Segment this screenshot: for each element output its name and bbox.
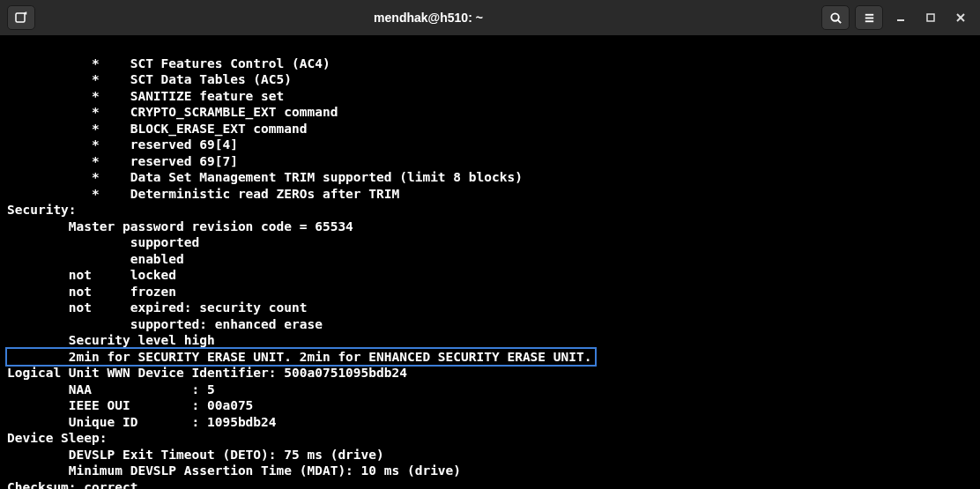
output-line: Master password revision code = 65534 (7, 219, 353, 233)
output-line: Device Sleep: (7, 431, 108, 445)
output-line: enabled (7, 252, 184, 266)
window-title: mendhak@h510: ~ (42, 11, 814, 25)
maximize-button[interactable] (918, 5, 943, 30)
svg-rect-9 (927, 14, 934, 21)
svg-rect-0 (16, 13, 25, 22)
highlighted-erase-time: 2min for SECURITY ERASE UNIT. 2min for E… (5, 347, 597, 367)
output-line: Logical Unit WWN Device Identifier: 500a… (7, 366, 407, 380)
output-line: Security level high (7, 333, 215, 347)
output-line: * SCT Features Control (AC4) (7, 56, 330, 70)
output-line: * SCT Data Tables (AC5) (7, 72, 292, 86)
terminal-output[interactable]: * SCT Features Control (AC4) * SCT Data … (0, 35, 980, 489)
output-line: Minimum DEVSLP Assertion Time (MDAT): 10… (7, 463, 461, 478)
output-line: not frozen (7, 285, 176, 299)
output-line: * CRYPTO_SCRAMBLE_EXT command (7, 105, 338, 119)
output-line: NAA : 5 (7, 382, 215, 396)
output-line: IEEE OUI : 00a075 (7, 398, 253, 412)
search-button[interactable] (821, 5, 850, 30)
output-line: * reserved 69[7] (7, 154, 238, 168)
output-line: Checksum: correct (7, 480, 137, 490)
minimize-button[interactable] (888, 5, 913, 30)
output-line: supported: enhanced erase (7, 317, 323, 331)
output-line: Security: (7, 203, 84, 217)
new-tab-button[interactable] (7, 5, 35, 30)
output-line: * Data Set Management TRIM supported (li… (7, 170, 523, 184)
window-titlebar: mendhak@h510: ~ (0, 0, 980, 35)
close-button[interactable] (948, 5, 973, 30)
output-line: * BLOCK_ERASE_EXT command (7, 122, 307, 136)
menu-button[interactable] (855, 5, 883, 30)
output-line: not expired: security count (7, 300, 307, 315)
output-line: DEVSLP Exit Timeout (DETO): 75 ms (drive… (7, 448, 384, 462)
output-line: * SANITIZE feature set (7, 89, 284, 103)
output-line: * reserved 69[4] (7, 137, 238, 152)
output-line: supported (7, 235, 199, 249)
svg-line-4 (837, 19, 840, 22)
output-line: Unique ID : 1095bdb24 (7, 415, 277, 429)
output-line: not locked (7, 268, 176, 282)
svg-point-3 (831, 13, 838, 20)
output-line: * Deterministic read ZEROs after TRIM (7, 187, 399, 201)
